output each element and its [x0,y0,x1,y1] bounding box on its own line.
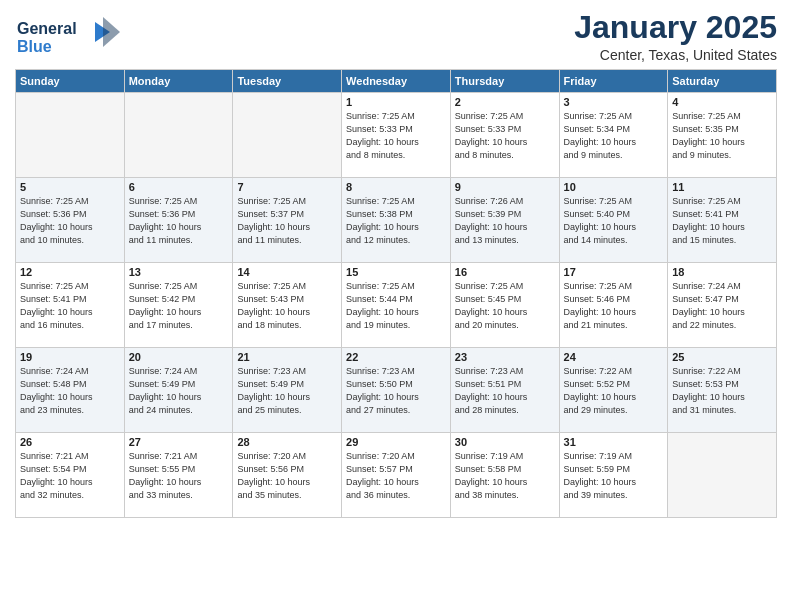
day-number: 15 [346,266,446,278]
col-thursday: Thursday [450,70,559,93]
day-number: 26 [20,436,120,448]
day-number: 25 [672,351,772,363]
day-info: Sunrise: 7:19 AM Sunset: 5:59 PM Dayligh… [564,450,664,502]
day-info: Sunrise: 7:25 AM Sunset: 5:44 PM Dayligh… [346,280,446,332]
calendar-title: January 2025 [574,10,777,45]
day-number: 22 [346,351,446,363]
day-info: Sunrise: 7:25 AM Sunset: 5:33 PM Dayligh… [455,110,555,162]
day-info: Sunrise: 7:25 AM Sunset: 5:45 PM Dayligh… [455,280,555,332]
logo-text: General Blue [15,14,125,63]
calendar-cell: 18Sunrise: 7:24 AM Sunset: 5:47 PM Dayli… [668,263,777,348]
day-number: 2 [455,96,555,108]
calendar-week-row-5: 26Sunrise: 7:21 AM Sunset: 5:54 PM Dayli… [16,433,777,518]
day-number: 16 [455,266,555,278]
day-info: Sunrise: 7:25 AM Sunset: 5:36 PM Dayligh… [20,195,120,247]
day-number: 4 [672,96,772,108]
calendar-cell: 7Sunrise: 7:25 AM Sunset: 5:37 PM Daylig… [233,178,342,263]
day-info: Sunrise: 7:23 AM Sunset: 5:51 PM Dayligh… [455,365,555,417]
day-info: Sunrise: 7:22 AM Sunset: 5:53 PM Dayligh… [672,365,772,417]
day-number: 14 [237,266,337,278]
day-info: Sunrise: 7:25 AM Sunset: 5:46 PM Dayligh… [564,280,664,332]
calendar-page: General Blue January 2025 Center, Texas,… [0,0,792,612]
calendar-cell [668,433,777,518]
day-info: Sunrise: 7:20 AM Sunset: 5:56 PM Dayligh… [237,450,337,502]
logo: General Blue [15,14,125,63]
calendar-cell: 5Sunrise: 7:25 AM Sunset: 5:36 PM Daylig… [16,178,125,263]
calendar-cell [16,93,125,178]
calendar-cell: 19Sunrise: 7:24 AM Sunset: 5:48 PM Dayli… [16,348,125,433]
day-info: Sunrise: 7:21 AM Sunset: 5:55 PM Dayligh… [129,450,229,502]
day-info: Sunrise: 7:23 AM Sunset: 5:50 PM Dayligh… [346,365,446,417]
day-number: 9 [455,181,555,193]
day-info: Sunrise: 7:21 AM Sunset: 5:54 PM Dayligh… [20,450,120,502]
calendar-cell: 9Sunrise: 7:26 AM Sunset: 5:39 PM Daylig… [450,178,559,263]
calendar-cell: 6Sunrise: 7:25 AM Sunset: 5:36 PM Daylig… [124,178,233,263]
calendar-cell: 8Sunrise: 7:25 AM Sunset: 5:38 PM Daylig… [342,178,451,263]
calendar-cell: 17Sunrise: 7:25 AM Sunset: 5:46 PM Dayli… [559,263,668,348]
day-number: 23 [455,351,555,363]
day-info: Sunrise: 7:22 AM Sunset: 5:52 PM Dayligh… [564,365,664,417]
day-info: Sunrise: 7:26 AM Sunset: 5:39 PM Dayligh… [455,195,555,247]
day-info: Sunrise: 7:24 AM Sunset: 5:47 PM Dayligh… [672,280,772,332]
calendar-cell: 30Sunrise: 7:19 AM Sunset: 5:58 PM Dayli… [450,433,559,518]
calendar-cell: 15Sunrise: 7:25 AM Sunset: 5:44 PM Dayli… [342,263,451,348]
day-number: 24 [564,351,664,363]
calendar-table: Sunday Monday Tuesday Wednesday Thursday… [15,69,777,518]
calendar-cell: 29Sunrise: 7:20 AM Sunset: 5:57 PM Dayli… [342,433,451,518]
col-monday: Monday [124,70,233,93]
calendar-cell: 23Sunrise: 7:23 AM Sunset: 5:51 PM Dayli… [450,348,559,433]
calendar-week-row-4: 19Sunrise: 7:24 AM Sunset: 5:48 PM Dayli… [16,348,777,433]
calendar-cell: 20Sunrise: 7:24 AM Sunset: 5:49 PM Dayli… [124,348,233,433]
day-number: 20 [129,351,229,363]
calendar-cell: 2Sunrise: 7:25 AM Sunset: 5:33 PM Daylig… [450,93,559,178]
day-number: 11 [672,181,772,193]
calendar-cell: 12Sunrise: 7:25 AM Sunset: 5:41 PM Dayli… [16,263,125,348]
day-info: Sunrise: 7:25 AM Sunset: 5:42 PM Dayligh… [129,280,229,332]
day-number: 5 [20,181,120,193]
day-info: Sunrise: 7:25 AM Sunset: 5:36 PM Dayligh… [129,195,229,247]
day-number: 31 [564,436,664,448]
day-info: Sunrise: 7:25 AM Sunset: 5:37 PM Dayligh… [237,195,337,247]
day-number: 17 [564,266,664,278]
calendar-cell: 24Sunrise: 7:22 AM Sunset: 5:52 PM Dayli… [559,348,668,433]
day-info: Sunrise: 7:19 AM Sunset: 5:58 PM Dayligh… [455,450,555,502]
day-info: Sunrise: 7:25 AM Sunset: 5:41 PM Dayligh… [20,280,120,332]
calendar-subtitle: Center, Texas, United States [574,47,777,63]
day-number: 27 [129,436,229,448]
svg-marker-3 [103,17,120,47]
day-number: 21 [237,351,337,363]
day-info: Sunrise: 7:25 AM Sunset: 5:41 PM Dayligh… [672,195,772,247]
day-number: 6 [129,181,229,193]
day-info: Sunrise: 7:25 AM Sunset: 5:38 PM Dayligh… [346,195,446,247]
day-number: 12 [20,266,120,278]
calendar-cell: 16Sunrise: 7:25 AM Sunset: 5:45 PM Dayli… [450,263,559,348]
day-info: Sunrise: 7:24 AM Sunset: 5:49 PM Dayligh… [129,365,229,417]
day-number: 18 [672,266,772,278]
day-number: 30 [455,436,555,448]
day-number: 29 [346,436,446,448]
svg-text:Blue: Blue [17,38,52,55]
day-info: Sunrise: 7:25 AM Sunset: 5:35 PM Dayligh… [672,110,772,162]
day-number: 10 [564,181,664,193]
calendar-cell: 27Sunrise: 7:21 AM Sunset: 5:55 PM Dayli… [124,433,233,518]
calendar-week-row-1: 1Sunrise: 7:25 AM Sunset: 5:33 PM Daylig… [16,93,777,178]
day-info: Sunrise: 7:25 AM Sunset: 5:33 PM Dayligh… [346,110,446,162]
day-number: 28 [237,436,337,448]
day-info: Sunrise: 7:24 AM Sunset: 5:48 PM Dayligh… [20,365,120,417]
header: General Blue January 2025 Center, Texas,… [15,10,777,63]
calendar-week-row-3: 12Sunrise: 7:25 AM Sunset: 5:41 PM Dayli… [16,263,777,348]
calendar-cell: 13Sunrise: 7:25 AM Sunset: 5:42 PM Dayli… [124,263,233,348]
calendar-cell: 1Sunrise: 7:25 AM Sunset: 5:33 PM Daylig… [342,93,451,178]
calendar-cell: 21Sunrise: 7:23 AM Sunset: 5:49 PM Dayli… [233,348,342,433]
day-info: Sunrise: 7:23 AM Sunset: 5:49 PM Dayligh… [237,365,337,417]
day-info: Sunrise: 7:20 AM Sunset: 5:57 PM Dayligh… [346,450,446,502]
col-tuesday: Tuesday [233,70,342,93]
calendar-cell: 11Sunrise: 7:25 AM Sunset: 5:41 PM Dayli… [668,178,777,263]
calendar-cell: 10Sunrise: 7:25 AM Sunset: 5:40 PM Dayli… [559,178,668,263]
day-number: 3 [564,96,664,108]
calendar-week-row-2: 5Sunrise: 7:25 AM Sunset: 5:36 PM Daylig… [16,178,777,263]
day-number: 1 [346,96,446,108]
day-number: 7 [237,181,337,193]
calendar-cell: 25Sunrise: 7:22 AM Sunset: 5:53 PM Dayli… [668,348,777,433]
calendar-header-row: Sunday Monday Tuesday Wednesday Thursday… [16,70,777,93]
